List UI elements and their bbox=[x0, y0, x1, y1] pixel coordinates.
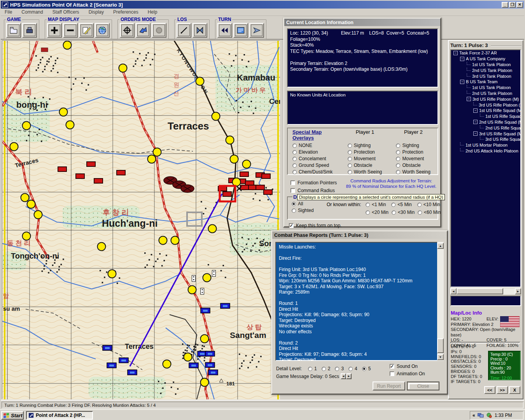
current-location-title[interactable]: Current Location Information bbox=[284, 19, 440, 26]
tray-collapse-chevron[interactable]: « bbox=[472, 413, 475, 418]
tree-collapse-icon[interactable]: − bbox=[473, 131, 478, 136]
tree-item[interactable]: 2nd US Tank Platoon bbox=[451, 67, 520, 73]
tree-item[interactable]: 1st US Rifle Squad (M) bbox=[451, 114, 520, 119]
friendly-vehicle-marker[interactable] bbox=[220, 303, 230, 308]
tree-item[interactable]: −B US Tank Team bbox=[451, 79, 520, 85]
tree-item[interactable]: −A US Tank Company bbox=[451, 56, 520, 62]
friendly-vehicle-marker[interactable] bbox=[205, 351, 215, 356]
friendly-unit-marker[interactable] bbox=[184, 353, 192, 361]
minimize-button[interactable]: _ bbox=[502, 2, 508, 8]
map-canvas[interactable]: KYONGWON-SON경원선북 리후 창 리동 천 리가 마 바 우상 탑암T… bbox=[2, 41, 280, 399]
friendly-unit-marker[interactable] bbox=[188, 286, 196, 294]
report-vertical-scrollbar[interactable]: ▲ ▼ bbox=[437, 242, 444, 361]
tree-item[interactable]: 2nd US Rifle Squad (M) bbox=[451, 125, 520, 131]
friendly-unit-marker[interactable] bbox=[196, 77, 204, 86]
tree-item[interactable]: 3rd US Rifle Platoon (M) bbox=[451, 102, 520, 108]
friendly-unit-marker[interactable] bbox=[108, 270, 116, 278]
keep-on-top-checkbox[interactable]: ✓ bbox=[289, 223, 294, 228]
friendly-vehicle-marker[interactable] bbox=[119, 358, 128, 363]
friendly-unit-marker[interactable] bbox=[201, 335, 209, 343]
tree-item[interactable]: −2nd US Rifle Squad (M) bbox=[451, 119, 520, 125]
known-within-30Min[interactable]: <30 Min bbox=[392, 210, 415, 215]
friendly-unit-marker[interactable] bbox=[27, 200, 35, 208]
tree-collapse-icon[interactable]: − bbox=[473, 108, 478, 113]
prev-phase-icon[interactable] bbox=[217, 23, 232, 38]
animation-checkbox[interactable] bbox=[390, 371, 394, 376]
tree-item[interactable]: −Task Force 2-37 AR bbox=[451, 50, 520, 56]
friendly-unit-marker[interactable] bbox=[201, 378, 209, 387]
tree-item[interactable]: −1st US Rifle Squad (M) bbox=[451, 108, 520, 114]
player2-overlay-worth-seeing[interactable]: Worth Seeing bbox=[396, 169, 438, 175]
player2-overlay-movement[interactable]: Movement bbox=[396, 156, 438, 161]
formation-pointers-option[interactable]: Formation Pointers bbox=[290, 180, 337, 186]
friendly-unit-marker[interactable] bbox=[10, 143, 18, 151]
overlay-option-ground-speed[interactable]: Ground Speed bbox=[292, 163, 341, 168]
tree-item[interactable]: 3rd US Rifle Squad (M) bbox=[451, 136, 520, 142]
tree-item[interactable]: 1st US Mortar Platoon bbox=[451, 142, 520, 148]
friendly-unit-marker[interactable] bbox=[243, 160, 251, 168]
tree-collapse-icon[interactable]: − bbox=[473, 120, 478, 124]
friendly-unit-marker[interactable] bbox=[66, 121, 74, 129]
friendly-vehicle-marker[interactable] bbox=[205, 362, 215, 368]
formation-pointers-checkbox[interactable] bbox=[290, 180, 295, 185]
friendly-vehicle-marker[interactable] bbox=[103, 345, 112, 350]
detail-level-5[interactable]: 5 bbox=[362, 366, 371, 371]
player1-overlay-obstacle[interactable]: Obstacle bbox=[348, 163, 389, 168]
friendly-unit-marker[interactable] bbox=[233, 178, 241, 186]
friendly-unit-marker[interactable] bbox=[23, 122, 31, 130]
tree-item[interactable]: 2nd US Tank Platoon bbox=[451, 91, 520, 96]
network-icon[interactable] bbox=[478, 413, 484, 418]
scroll-thumb[interactable] bbox=[437, 338, 444, 353]
menu-help[interactable]: Help bbox=[148, 9, 158, 15]
orders-list-icon[interactable] bbox=[233, 23, 248, 38]
delay-increase-button[interactable]: ► bbox=[346, 373, 352, 379]
friendly-unit-marker[interactable] bbox=[208, 225, 217, 233]
friendly-unit-marker[interactable] bbox=[163, 360, 171, 368]
enemy-unit-marker[interactable] bbox=[256, 185, 264, 190]
map-viewport[interactable]: KYONGWON-SON경원선북 리후 창 리동 천 리가 마 바 우상 탑암T… bbox=[2, 40, 280, 399]
detail-level-3[interactable]: 3 bbox=[335, 366, 344, 371]
los-block-icon[interactable] bbox=[192, 23, 207, 38]
menu-staff-officers[interactable]: Staff Officers bbox=[52, 9, 79, 15]
tree-item[interactable]: 3rd US Tank Platoon bbox=[451, 73, 520, 79]
friendly-unit-marker[interactable] bbox=[230, 155, 238, 163]
menu-command[interactable]: Command bbox=[21, 9, 43, 15]
tree-item[interactable]: 2nd US Attack Helo Platoon bbox=[451, 148, 520, 154]
overlay-option-none[interactable]: NONE bbox=[292, 143, 341, 148]
tree-collapse-icon[interactable]: − bbox=[453, 51, 458, 55]
tree-collapse-icon[interactable]: − bbox=[460, 80, 464, 84]
known-within-5Min[interactable]: <5 Min bbox=[391, 202, 411, 207]
player1-overlay-protection[interactable]: Protection bbox=[348, 149, 389, 155]
friendly-unit-marker[interactable] bbox=[23, 232, 31, 240]
enemy-unit-marker[interactable] bbox=[94, 178, 103, 183]
map-edit-icon[interactable] bbox=[79, 23, 94, 38]
scroll-left-arrow[interactable]: ◄ bbox=[450, 288, 457, 294]
enemy-unit-marker[interactable] bbox=[240, 185, 249, 190]
friendly-unit-marker[interactable] bbox=[159, 236, 167, 245]
friendly-unit-marker[interactable] bbox=[226, 136, 234, 144]
menu-preferences[interactable]: Preferences bbox=[113, 9, 138, 15]
ip-marker[interactable] bbox=[212, 270, 216, 276]
command-radius-option[interactable]: Command Radius bbox=[290, 188, 335, 193]
friendly-unit-marker[interactable] bbox=[119, 64, 127, 72]
player1-overlay-worth-seeing[interactable]: Worth Seeing bbox=[348, 169, 389, 175]
enemy-unit-marker[interactable] bbox=[117, 170, 125, 175]
detail-level-4[interactable]: 4 bbox=[348, 366, 357, 371]
player2-overlay-protection[interactable]: Protection bbox=[396, 149, 438, 155]
wreckage-marker[interactable] bbox=[181, 185, 194, 192]
movement-orders-icon[interactable] bbox=[136, 23, 150, 38]
enemy-unit-marker[interactable] bbox=[58, 167, 66, 172]
close-button[interactable]: ✕ bbox=[516, 2, 523, 8]
friendly-unit-marker[interactable] bbox=[60, 108, 68, 116]
friendly-vehicle-marker[interactable] bbox=[128, 370, 137, 375]
enemy-unit-marker[interactable] bbox=[240, 172, 248, 177]
combat-reports-title[interactable]: Combat Phase Reports (Turn: 1 Pulse: 3) bbox=[272, 231, 447, 239]
friendly-vehicle-marker[interactable] bbox=[208, 370, 218, 375]
friendly-vehicle-marker[interactable] bbox=[189, 363, 198, 368]
tree-item[interactable]: −3rd US Rifle Squad (M) bbox=[451, 131, 520, 136]
overlay-option-elevation[interactable]: Elevation bbox=[292, 149, 341, 155]
friendly-unit-marker[interactable] bbox=[21, 194, 29, 202]
scroll-down-arrow[interactable]: ▼ bbox=[437, 354, 444, 360]
enemy-unit-marker[interactable] bbox=[264, 190, 272, 194]
save-game-icon[interactable] bbox=[22, 23, 37, 38]
